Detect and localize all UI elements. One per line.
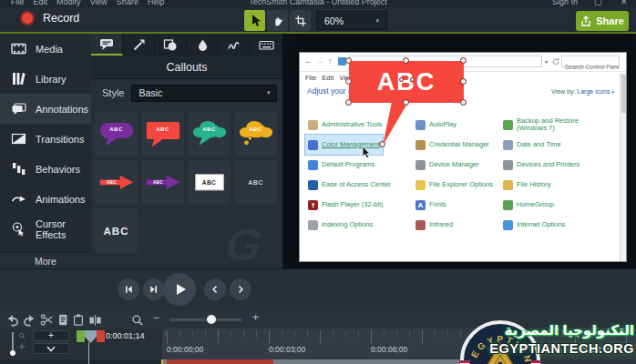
sidebar-item-library[interactable]: Library — [0, 64, 91, 94]
search-input[interactable] — [562, 62, 619, 72]
canvas[interactable]: G ← → ↑ ▾ File Edit View T Adjust your c… — [282, 34, 636, 268]
collapse-tracks-button[interactable] — [33, 343, 69, 354]
next-clip-button[interactable] — [230, 278, 251, 300]
cp-item[interactable]: File History — [500, 175, 554, 195]
cp-item[interactable]: Device Manager — [413, 155, 482, 175]
sign-in-link[interactable]: Sign In — [552, 0, 578, 6]
annotation-clip[interactable] — [167, 359, 273, 364]
callout-tile-5[interactable]: ABC — [95, 160, 138, 205]
cp-item-label: Default Programs — [322, 161, 374, 168]
share-button[interactable]: Share — [576, 11, 629, 31]
forward-icon[interactable]: → — [316, 56, 324, 66]
resize-handle[interactable] — [345, 78, 352, 85]
resize-handle[interactable] — [403, 99, 409, 106]
maximize-icon[interactable]: ▢ — [594, 0, 602, 6]
resize-handle[interactable] — [345, 57, 352, 64]
style-dropdown[interactable]: Basic ▾ — [131, 85, 277, 102]
cp-item[interactable]: AutoPlay — [413, 115, 459, 135]
cp-item[interactable]: HomeGroup — [500, 195, 557, 215]
cursor-tool-button[interactable] — [244, 10, 265, 31]
callout-tile-9[interactable]: ABC — [95, 208, 138, 253]
cp-item[interactable]: Indexing Options — [305, 215, 375, 235]
callout-tile-3[interactable]: ABC — [188, 112, 231, 157]
callout-tile-7[interactable]: ABC — [188, 160, 231, 205]
tab-callouts[interactable] — [91, 34, 123, 56]
undo-button[interactable] — [5, 313, 19, 327]
cp-item[interactable]: Credential Manager — [413, 135, 492, 155]
scrollbar-thumb[interactable] — [621, 75, 626, 113]
timeline-zoom-slider-thumb[interactable] — [207, 315, 216, 324]
tab-blur[interactable] — [187, 34, 219, 56]
sidebar-item-animations[interactable]: Animations — [0, 184, 91, 214]
play-button[interactable] — [163, 273, 196, 306]
sidebar-item-annotations[interactable]: Annotations — [0, 94, 91, 124]
view-by-value[interactable]: Large icons — [577, 88, 610, 95]
callout-tile-8[interactable]: ABC — [234, 160, 277, 205]
cp-item-label: Device Manager — [429, 161, 479, 168]
playhead-in-handle[interactable] — [77, 330, 85, 342]
cp-item[interactable]: File Explorer Options — [413, 175, 496, 195]
canvas-zoom-dropdown[interactable]: 60% ▾ — [316, 11, 387, 30]
playhead-head[interactable] — [85, 330, 97, 343]
cp-item[interactable]: AFonts — [413, 195, 449, 215]
up-icon[interactable]: ↑ — [328, 56, 333, 66]
address-dropdown-icon[interactable]: ▾ — [545, 58, 548, 65]
resize-handle[interactable] — [460, 99, 467, 106]
cut-button[interactable] — [40, 313, 54, 327]
rotate-handle[interactable] — [410, 77, 415, 82]
add-track-button[interactable]: + — [33, 330, 69, 341]
tab-keystroke[interactable] — [251, 34, 282, 56]
tab-shapes[interactable] — [155, 34, 187, 56]
back-icon[interactable]: ← — [304, 56, 313, 66]
tab-sketch-motion[interactable] — [219, 34, 251, 56]
split-button[interactable] — [88, 313, 102, 327]
callout-tile-1[interactable]: ABC — [95, 112, 138, 157]
playhead[interactable] — [77, 330, 105, 343]
resize-handle[interactable] — [460, 78, 467, 85]
tab-arrows[interactable] — [123, 34, 155, 56]
step-back-button[interactable] — [118, 278, 139, 300]
view-by-control[interactable]: View by: Large icons ▾ — [551, 88, 614, 95]
resize-handle[interactable] — [345, 99, 352, 106]
anchor-handle[interactable] — [399, 77, 404, 82]
crop-tool-button[interactable] — [290, 10, 311, 31]
cp-item[interactable]: Ease of Access Center — [305, 175, 394, 195]
cp-item[interactable]: fFlash Player (32-bit) — [305, 195, 386, 215]
record-button[interactable]: Record — [20, 11, 79, 25]
zoom-in-button[interactable]: + — [252, 311, 259, 324]
cp-item[interactable]: Backup and Restore (Windows 7) — [500, 115, 581, 135]
timeline-zoom-slider[interactable] — [169, 318, 242, 321]
close-icon[interactable]: ✕ — [621, 0, 628, 6]
timeline-zoom-button[interactable] — [130, 313, 144, 327]
sidebar-item-cursor-effects[interactable]: Cursor Effects — [0, 214, 91, 244]
track-header[interactable] — [0, 359, 160, 364]
more-button[interactable]: More — [0, 252, 91, 268]
copy-button[interactable] — [56, 313, 69, 327]
cp-item[interactable]: Devices and Printers — [500, 155, 582, 175]
sidebar-item-media[interactable]: Media — [0, 34, 91, 64]
cp-item[interactable]: Internet Options — [500, 215, 568, 235]
callout-tile-2[interactable]: ABC — [141, 112, 184, 157]
callout-tile-6[interactable]: ABC — [141, 160, 184, 205]
sidebar-item-transitions[interactable]: Transitions — [0, 124, 91, 154]
playhead-out-handle[interactable] — [97, 330, 105, 342]
previous-clip-button[interactable] — [204, 278, 226, 300]
tail-handle[interactable] — [379, 141, 385, 147]
menubar[interactable]: File Edit Modify View Share Help — [11, 0, 164, 6]
resize-handle[interactable] — [403, 57, 409, 64]
cp-item[interactable]: Date and Time — [500, 135, 564, 155]
paste-button[interactable] — [71, 313, 85, 327]
resize-handle[interactable] — [460, 57, 467, 64]
callout-annotation[interactable]: ABC — [349, 61, 464, 103]
callout-tile-4[interactable]: ABC — [234, 112, 277, 157]
refresh-icon[interactable] — [552, 58, 559, 66]
step-forward-button[interactable] — [143, 278, 165, 300]
sidebar-item-behaviors[interactable]: Behaviors — [0, 154, 91, 184]
zoom-out-button[interactable]: − — [153, 311, 159, 324]
pan-tool-button[interactable] — [267, 10, 288, 31]
sidebar: Media Library Annotations Transitions Be… — [0, 34, 91, 268]
scrollbar[interactable] — [620, 73, 626, 261]
redo-button[interactable] — [23, 313, 36, 327]
cp-item[interactable]: Infrared — [413, 215, 456, 235]
track-height-slider-thumb[interactable] — [10, 350, 15, 356]
